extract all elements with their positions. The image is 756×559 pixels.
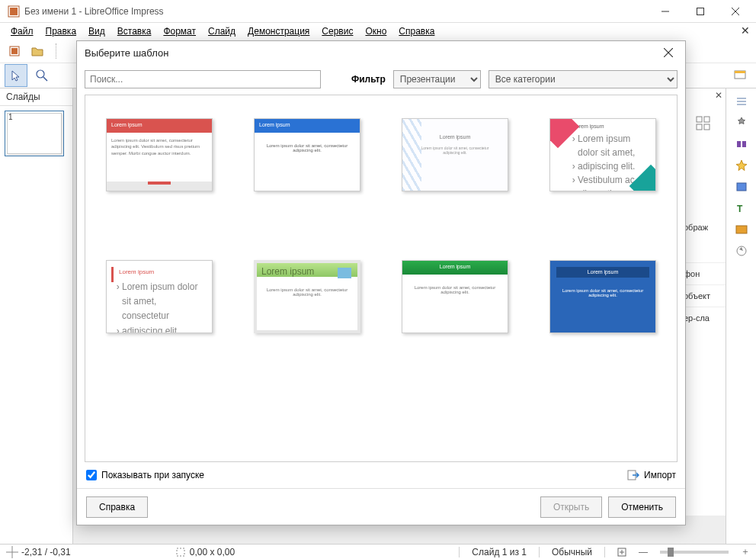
filter-category-select[interactable]: Все категории: [489, 70, 678, 88]
template-item[interactable]: Lorem ipsum Lorem ipsum dolor sit amet, …: [106, 118, 213, 191]
search-input[interactable]: [85, 70, 321, 88]
open-button[interactable]: Открыть: [540, 496, 602, 518]
show-on-startup-checkbox[interactable]: Показывать при запуске: [86, 470, 204, 480]
dialog-close-button[interactable]: [659, 43, 678, 62]
modal-backdrop: Выберите шаблон Фильтр Презентации Все к…: [0, 0, 756, 559]
show-on-startup-label: Показывать при запуске: [101, 470, 204, 480]
help-button[interactable]: Справка: [86, 496, 148, 518]
template-item[interactable]: Lorem ipsum Lorem ipsum dolor sit amet, …: [254, 118, 360, 191]
dialog-button-row: Справка Открыть Отменить: [77, 488, 685, 525]
template-item[interactable]: Lorem ipsum Lorem ipsum dolor sit amet, …: [106, 260, 213, 333]
template-item[interactable]: Lorem ipsum Lorem ipsum dolor sit amet, …: [549, 260, 656, 333]
dialog-options-row: Показывать при запуске Импорт: [77, 462, 685, 488]
template-dialog: Выберите шаблон Фильтр Презентации Все к…: [76, 40, 686, 525]
cancel-button[interactable]: Отменить: [608, 496, 676, 518]
import-icon: [627, 469, 639, 481]
template-item[interactable]: Lorem ipsum Lorem ipsum dolor sit amet, …: [402, 118, 508, 191]
dialog-header: Выберите шаблон: [77, 41, 685, 64]
filter-label: Фильтр: [351, 74, 386, 85]
filter-type-select[interactable]: Презентации: [393, 70, 481, 88]
show-on-startup-input[interactable]: [86, 470, 97, 480]
dialog-title: Выберите шаблон: [85, 47, 659, 59]
template-item[interactable]: Lorem ipsum Lorem ipsum dolor sit amet, …: [402, 260, 508, 333]
template-item[interactable]: Lorem ipsum Lorem ipsum dolor sit amet, …: [254, 260, 360, 333]
dialog-filter-bar: Фильтр Презентации Все категории: [77, 64, 685, 95]
import-label: Импорт: [644, 470, 676, 480]
import-button[interactable]: Импорт: [627, 469, 676, 481]
template-list[interactable]: Lorem ipsum Lorem ipsum dolor sit amet, …: [85, 95, 678, 462]
template-item[interactable]: Lorem ipsum Lorem ipsum dolor sit amet,a…: [549, 118, 656, 191]
